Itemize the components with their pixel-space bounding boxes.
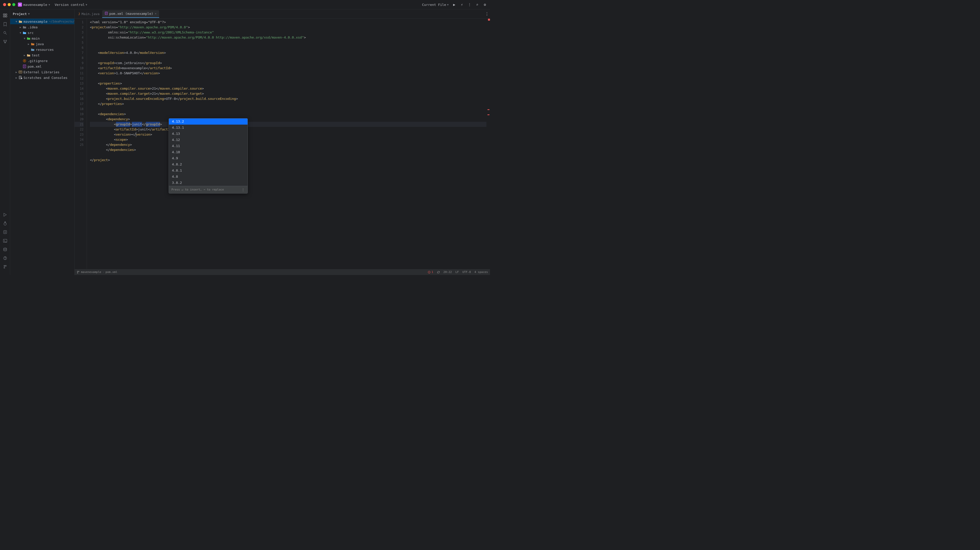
libraries-icon [18, 70, 22, 74]
close-button[interactable] [3, 3, 6, 6]
autocomplete-hint: Press ↵ to insert, → to replace [172, 187, 224, 192]
status-line-ending[interactable]: LF [455, 270, 459, 274]
gutter-line-marker-2 [487, 114, 490, 115]
autocomplete-footer: Press ↵ to insert, → to replace ⋮ [169, 186, 248, 193]
autocomplete-value-2: 4.13 [172, 131, 180, 136]
autocomplete-value-8: 4.8.1 [172, 168, 182, 173]
tree-item-mavenexample[interactable]: ▼ mavenexample ~/IdeaProjects/mavenexamp… [10, 19, 74, 24]
status-encoding[interactable]: UTF-8 [462, 270, 471, 274]
pom-tab-icon [105, 12, 108, 16]
status-git-icon[interactable] [76, 271, 80, 274]
maximize-button[interactable] [12, 3, 15, 6]
tree-item-idea[interactable]: ▶ .idea [10, 24, 74, 30]
tab-main-java[interactable]: J Main.java [76, 10, 102, 18]
search-button[interactable]: ⌕ [475, 3, 479, 6]
sidebar-icon-debug[interactable] [1, 219, 9, 227]
sidebar-icon-run[interactable] [1, 211, 9, 219]
code-line-17: </properties> [90, 102, 487, 107]
autocomplete-item-6[interactable]: 4.9 [169, 155, 248, 161]
code-line-16: <project.build.sourceEncoding>UTF-8</pro… [90, 96, 487, 102]
code-line-22: <artifactId>junit</artifactId> [90, 127, 487, 132]
sidebar-icon-find[interactable] [1, 29, 9, 37]
tree-arrow-external-libs: ▶ [14, 71, 18, 73]
code-editor[interactable]: 1 2 3 4 5 6 7 8 9 10 11 12 13 14 15 16 1… [75, 19, 490, 269]
code-line-13: <properties> [90, 81, 487, 86]
sidebar-icon-git2[interactable] [1, 263, 9, 271]
svg-point-6 [3, 40, 5, 41]
sidebar-icon-database[interactable] [1, 245, 9, 254]
autocomplete-item-5[interactable]: 4.10 [169, 149, 248, 155]
sidebar-icon-bookmarks[interactable] [1, 20, 9, 29]
autocomplete-value-3: 4.12 [172, 137, 180, 143]
current-file-dropdown-icon: ▼ [447, 3, 449, 6]
tab-close-pom[interactable]: × [155, 12, 157, 15]
autocomplete-more-icon[interactable]: ⋮ [241, 188, 245, 192]
svg-line-5 [6, 33, 6, 35]
autocomplete-item-9[interactable]: 4.8 [169, 173, 248, 180]
folder-icon-mavenexample [18, 19, 22, 24]
autocomplete-item-2[interactable]: 4.13 [169, 131, 248, 137]
title-bar: m mavenexample ▼ Version control ▼ Curre… [0, 0, 490, 10]
tree-item-resources[interactable]: ▶ resources [10, 47, 74, 52]
tree-item-external-libs[interactable]: ▶ External Libraries [10, 69, 74, 75]
code-line-19: <dependencies> [90, 111, 487, 117]
autocomplete-item-1[interactable]: 4.13.1 [169, 125, 248, 131]
run-button[interactable]: ▶ [452, 3, 456, 6]
tree-label-java: java [36, 42, 44, 46]
project-dropdown[interactable]: ▼ [28, 12, 30, 16]
current-file-button[interactable]: Current File ▼ [422, 3, 449, 6]
code-line-9: <groupId>com.jetbrains</groupId> [90, 60, 487, 66]
status-cursor-position[interactable]: 20:22 [444, 270, 452, 274]
status-error[interactable]: 1 [428, 270, 433, 274]
status-sync-icon[interactable] [437, 271, 440, 274]
right-gutter [487, 19, 490, 269]
autocomplete-item-3[interactable]: 4.12 [169, 137, 248, 143]
code-line-23: <version></version> [90, 132, 487, 137]
more-button[interactable]: ⋮ [468, 3, 472, 6]
tree-label-external-libs: External Libraries [24, 70, 59, 74]
svg-point-7 [6, 40, 6, 41]
sidebar-icon-maven[interactable] [1, 228, 9, 236]
tab-pom-xml[interactable]: pom.xml (mavenexample) × [102, 10, 159, 18]
main-layout: Project ▼ ▼ mavenexample ~/IdeaProjects/… [0, 10, 490, 275]
tree-item-pom[interactable]: ▶ pom.xml [10, 64, 74, 69]
autocomplete-item-0[interactable]: 4.13.2 [169, 118, 248, 125]
autocomplete-value-10: 3.8.2 [172, 180, 182, 185]
code-line-18 [90, 107, 487, 111]
tree-item-main[interactable]: ▼ main [10, 35, 74, 41]
code-line-15: <maven.compiler.target>21</maven.compile… [90, 91, 487, 96]
tree-item-test[interactable]: ▶ test [10, 52, 74, 58]
tree-item-java[interactable]: ▶ java [10, 41, 74, 47]
autocomplete-item-10[interactable]: 3.8.2 [169, 180, 248, 186]
code-line-8 [90, 56, 487, 60]
autocomplete-value-4: 4.11 [172, 143, 180, 149]
project-title[interactable]: m mavenexample ▼ [18, 3, 50, 6]
code-content[interactable]: <?xml version="1.0" encoding="UTF-8"?> <… [87, 19, 487, 269]
sidebar-icon-terminal[interactable] [1, 237, 9, 245]
autocomplete-item-4[interactable]: 4.11 [169, 143, 248, 149]
tree-path-mavenexample: ~/IdeaProjects/mavenexample [49, 20, 74, 23]
code-line-10: <artifactId>mavenexample</artifactId> [90, 66, 487, 71]
settings-button[interactable]: ⚙ [483, 3, 487, 6]
autocomplete-item-8[interactable]: 4.8.1 [169, 167, 248, 173]
sidebar-icon-git[interactable] [1, 38, 9, 46]
tabs-more-button[interactable]: ⋮ [485, 12, 489, 16]
code-line-14: <maven.compiler.source>21</maven.compile… [90, 86, 487, 91]
tree-item-src[interactable]: ▼ src [10, 30, 74, 35]
tree-arrow-idea: ▶ [18, 26, 22, 29]
project-dropdown-icon[interactable]: ▼ [49, 3, 50, 6]
svg-point-35 [429, 273, 430, 273]
pom-icon [22, 64, 27, 68]
autocomplete-dropdown[interactable]: 4.13.2 4.13.1 4.13 4.12 4.11 4 [169, 118, 248, 194]
sidebar-icon-project[interactable] [1, 11, 9, 20]
version-control-button[interactable]: Version control ▼ [52, 2, 89, 7]
folder-icon-src [22, 31, 27, 35]
sidebar-icon-help[interactable] [1, 254, 9, 262]
tree-item-gitignore[interactable]: ▶ .gitignore [10, 58, 74, 64]
autocomplete-item-7[interactable]: 4.8.2 [169, 161, 248, 167]
build-button[interactable]: ⚡ [460, 3, 464, 6]
status-indent[interactable]: 4 spaces [474, 270, 488, 274]
minimize-button[interactable] [8, 3, 11, 6]
tree-item-scratches[interactable]: ▶ Scratches and Consoles [10, 75, 74, 80]
tree-label-scratches: Scratches and Consoles [24, 76, 67, 79]
